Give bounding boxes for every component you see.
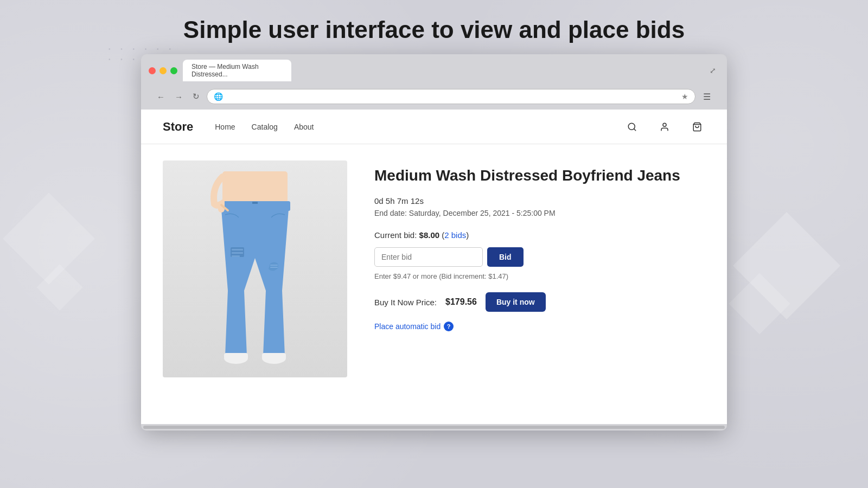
svg-line-1: [634, 129, 635, 130]
svg-rect-8: [232, 252, 243, 254]
buy-now-price: $179.56: [445, 297, 477, 307]
browser-toolbar: ← → ↻ 🌐 ★ ☰: [149, 86, 719, 110]
user-icon-button[interactable]: [656, 120, 673, 134]
bid-input[interactable]: [374, 247, 483, 267]
auto-bid-label: Place automatic bid: [374, 322, 441, 331]
store-logo: Store: [163, 120, 193, 134]
product-title: Medium Wash Distressed Boyfriend Jeans: [374, 166, 705, 185]
browser-titlebar: Store — Medium Wash Distressed... ⤢: [149, 60, 719, 86]
browser-tab[interactable]: Store — Medium Wash Distressed...: [183, 60, 291, 81]
svg-rect-10: [270, 265, 278, 266]
svg-rect-7: [232, 249, 243, 251]
expand-icon[interactable]: ⤢: [706, 65, 719, 76]
scrollbar-track[interactable]: [143, 426, 725, 429]
current-bid-amount: $8.00: [419, 230, 440, 240]
svg-point-2: [663, 123, 666, 126]
buy-now-label: Buy It Now Price:: [374, 298, 437, 307]
forward-button[interactable]: →: [172, 91, 186, 103]
bid-form: Bid: [374, 247, 705, 267]
svg-rect-9: [232, 255, 240, 257]
end-date-label: End date:: [374, 209, 407, 217]
page-headline: Simple user interface to view and place …: [0, 0, 868, 54]
nav-link-catalog[interactable]: Catalog: [252, 123, 278, 131]
bid-hint: Enter $9.47 or more (Bid increment: $1.4…: [374, 272, 705, 280]
close-window-button[interactable]: [149, 67, 156, 74]
product-details: Medium Wash Distressed Boyfriend Jeans 0…: [374, 160, 705, 377]
svg-rect-13: [224, 353, 248, 359]
minimize-window-button[interactable]: [159, 67, 167, 74]
back-button[interactable]: ←: [154, 91, 168, 103]
bid-count: 2 bids: [444, 230, 466, 240]
scrollbar-area: [141, 424, 727, 431]
nav-link-about[interactable]: About: [294, 123, 314, 131]
buy-now-row: Buy It Now Price: $179.56 Buy it now: [374, 292, 705, 312]
address-bar: 🌐 ★: [207, 89, 695, 104]
store-nav: Store Home Catalog About: [141, 110, 727, 144]
auto-bid-help-icon[interactable]: ?: [444, 322, 454, 331]
browser-window: Store — Medium Wash Distressed... ⤢ ← → …: [141, 54, 727, 431]
buy-now-button[interactable]: Buy it now: [486, 292, 546, 312]
svg-rect-11: [270, 267, 278, 268]
search-icon-button[interactable]: [624, 120, 640, 134]
bookmark-icon[interactable]: ★: [681, 92, 688, 101]
product-figure: [163, 160, 347, 377]
current-bid-row: Current bid: $8.00 (2 bids): [374, 230, 705, 240]
window-controls: [149, 67, 177, 74]
product-image: [163, 160, 347, 377]
nav-link-home[interactable]: Home: [215, 123, 235, 131]
svg-rect-4: [222, 171, 288, 204]
globe-icon: 🌐: [214, 92, 223, 101]
product-area: Medium Wash Distressed Boyfriend Jeans 0…: [141, 144, 727, 394]
end-date-value: Saturday, December 25, 2021 - 5:25:00 PM: [409, 209, 556, 217]
current-bid-label: Current bid:: [374, 230, 417, 240]
url-input[interactable]: [227, 93, 677, 101]
bid-button[interactable]: Bid: [487, 247, 524, 267]
browser-menu-icon[interactable]: ☰: [700, 89, 714, 104]
maximize-window-button[interactable]: [170, 67, 177, 74]
website-content: Store Home Catalog About: [141, 110, 727, 424]
end-date: End date: Saturday, December 25, 2021 - …: [374, 209, 705, 217]
bg-diamond: [3, 192, 95, 285]
svg-rect-15: [262, 353, 286, 359]
auto-bid-link[interactable]: Place automatic bid ?: [374, 322, 705, 331]
browser-chrome: Store — Medium Wash Distressed... ⤢ ← → …: [141, 54, 727, 110]
cart-icon-button[interactable]: [689, 120, 705, 134]
reload-button[interactable]: ↻: [190, 90, 202, 103]
countdown-timer: 0d 5h 7m 12s: [374, 196, 705, 206]
